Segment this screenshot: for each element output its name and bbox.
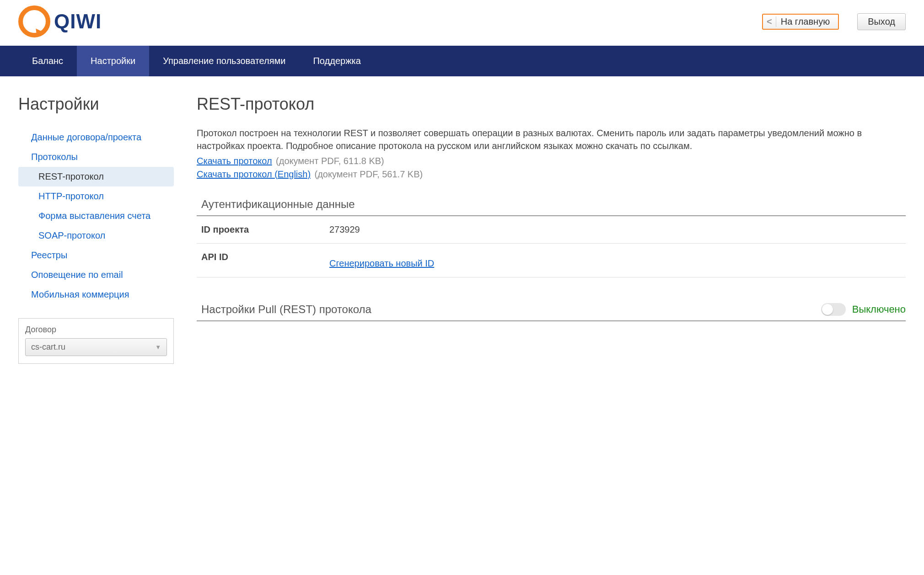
generate-id-link[interactable]: Сгенерировать новый ID bbox=[329, 258, 434, 269]
download-meta-en: (документ PDF, 561.7 KB) bbox=[315, 169, 423, 179]
pull-toggle[interactable] bbox=[821, 303, 846, 316]
download-row: Скачать протокол (документ PDF, 611.8 KB… bbox=[197, 156, 906, 166]
auth-key-api-id: API ID bbox=[201, 252, 329, 269]
exit-button[interactable]: Выход bbox=[857, 13, 906, 30]
contract-select[interactable]: cs-cart.ru ▼ bbox=[25, 338, 167, 356]
sidebar-item-email-notify[interactable]: Оповещение по email bbox=[18, 265, 174, 285]
auth-key-project-id: ID проекта bbox=[201, 224, 329, 235]
sidebar-title: Настройки bbox=[18, 95, 174, 114]
contract-box: Договор cs-cart.ru ▼ bbox=[18, 318, 174, 364]
pull-section-header: Настройки Pull (REST) протокола Выключен… bbox=[197, 300, 906, 321]
pull-section-title: Настройки Pull (REST) протокола bbox=[201, 303, 371, 316]
nav-item-users[interactable]: Управление пользователями bbox=[149, 46, 299, 76]
qiwi-logo-icon bbox=[18, 5, 50, 37]
sidebar-item-registries[interactable]: Реестры bbox=[18, 245, 174, 265]
download-link-en[interactable]: Скачать протокол (English) bbox=[197, 169, 311, 179]
topbar: QIWI < На главную Выход bbox=[0, 0, 924, 46]
sidebar-item-rest[interactable]: REST-протокол bbox=[18, 167, 174, 186]
pull-toggle-wrap: Выключено bbox=[821, 303, 906, 316]
download-meta-ru: (документ PDF, 611.8 KB) bbox=[276, 156, 384, 166]
main: REST-протокол Протокол построен на техно… bbox=[197, 95, 906, 364]
sidebar-item-mobile-commerce[interactable]: Мобильная коммерция bbox=[18, 285, 174, 304]
download-link-ru[interactable]: Скачать протокол bbox=[197, 156, 272, 166]
auth-row-api-id: API ID Сгенерировать новый ID bbox=[197, 244, 906, 277]
nav-item-support[interactable]: Поддержка bbox=[299, 46, 374, 76]
pull-toggle-label: Выключено bbox=[852, 303, 906, 315]
chevron-left-icon: < bbox=[767, 16, 776, 27]
layout: Настройки Данные договора/проекта Проток… bbox=[0, 76, 924, 364]
download-row: Скачать протокол (English) (документ PDF… bbox=[197, 169, 906, 180]
page-title: REST-протокол bbox=[197, 95, 906, 114]
sidebar-item-soap[interactable]: SOAP-протокол bbox=[18, 226, 174, 245]
sidebar-item-http[interactable]: HTTP-протокол bbox=[18, 186, 174, 206]
contract-label: Договор bbox=[25, 325, 167, 335]
sidebar: Настройки Данные договора/проекта Проток… bbox=[18, 95, 174, 364]
home-button-label: На главную bbox=[781, 16, 830, 27]
exit-button-label: Выход bbox=[868, 16, 895, 27]
sidebar-item-contract-data[interactable]: Данные договора/проекта bbox=[18, 128, 174, 147]
page-description: Протокол построен на технологии REST и п… bbox=[197, 127, 906, 152]
contract-value: cs-cart.ru bbox=[31, 342, 65, 352]
home-button[interactable]: < На главную bbox=[762, 14, 839, 30]
logo: QIWI bbox=[18, 5, 102, 37]
auth-row-project-id: ID проекта 273929 bbox=[197, 216, 906, 244]
navbar: Баланс Настройки Управление пользователя… bbox=[0, 46, 924, 76]
auth-value-project-id: 273929 bbox=[329, 224, 360, 235]
chevron-down-icon: ▼ bbox=[155, 344, 161, 351]
nav-item-settings[interactable]: Настройки bbox=[77, 46, 149, 76]
auth-value-api-id: Сгенерировать новый ID bbox=[329, 252, 434, 269]
auth-section-title: Аутентификационные данные bbox=[197, 195, 906, 216]
sidebar-item-invoice-form[interactable]: Форма выставления счета bbox=[18, 206, 174, 226]
nav-item-balance[interactable]: Баланс bbox=[18, 46, 77, 76]
brand-text: QIWI bbox=[54, 10, 102, 33]
top-actions: < На главную Выход bbox=[762, 13, 906, 30]
sidebar-item-protocols[interactable]: Протоколы bbox=[18, 147, 174, 167]
